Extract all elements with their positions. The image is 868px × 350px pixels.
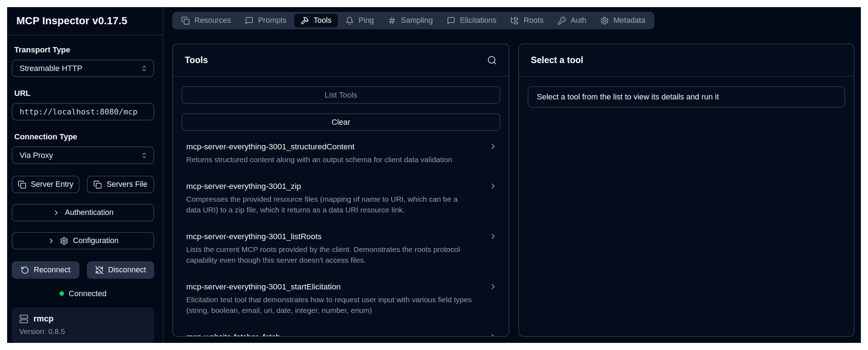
tab-label: Elicitations — [460, 16, 497, 25]
status-label: Connected — [69, 289, 106, 298]
tool-detail-panel: Select a tool Select a tool from the lis… — [518, 43, 854, 337]
authentication-label: Authentication — [65, 208, 113, 217]
url-value: http://localhost:8080/mcp — [20, 107, 137, 116]
tab-label: Resources — [194, 16, 231, 25]
url-label: URL — [14, 89, 152, 98]
chevron-right-icon — [489, 182, 497, 190]
chevron-right-icon — [489, 142, 497, 151]
url-input[interactable]: http://localhost:8080/mcp — [12, 103, 154, 120]
tool-name: mcp-server-everything-3001_zip — [186, 182, 495, 191]
connection-type-label: Connection Type — [14, 132, 152, 141]
gear-icon — [600, 16, 609, 25]
tab-label: Sampling — [401, 16, 433, 25]
transport-type-label: Transport Type — [14, 45, 152, 55]
folder-tree-icon — [510, 16, 519, 25]
detail-panel-body: Select a tool from the list to view its … — [519, 77, 854, 336]
refresh-off-icon — [95, 266, 104, 274]
connection-type-select[interactable]: Via Proxy — [12, 146, 154, 164]
tools-panel: Tools List Tools Clear mcp-server-everyt… — [172, 43, 509, 337]
tab-elicitations[interactable]: Elicitations — [440, 14, 503, 27]
message-icon — [245, 16, 253, 25]
status-dot — [59, 291, 64, 296]
tool-description: Returns structured content along with an… — [186, 154, 495, 165]
tool-description: Elicitation test tool that demonstrates … — [186, 294, 495, 316]
tool-description: Compresses the provided resource files (… — [186, 194, 495, 215]
sidebar: MCP Inspector v0.17.5 Transport Type Str… — [7, 7, 163, 343]
chevron-right-icon — [52, 209, 60, 217]
chevrons-up-down-icon — [141, 152, 148, 159]
transport-type-select[interactable]: Streamable HTTP — [12, 60, 154, 77]
server-entry-button[interactable]: Server Entry — [12, 176, 79, 193]
gear-icon — [60, 237, 68, 245]
app-title: MCP Inspector v0.17.5 — [16, 15, 127, 27]
chevrons-up-down-icon — [141, 65, 148, 72]
connection-type-value: Via Proxy — [20, 151, 53, 160]
tab-prompts[interactable]: Prompts — [239, 14, 293, 27]
server-version: Version: 0.8.5 — [19, 327, 147, 336]
tool-list-item[interactable]: mcp-server-everything-3001_listRoots Lis… — [182, 228, 500, 269]
chevron-right-icon — [489, 232, 497, 241]
reconnect-label: Reconnect — [34, 266, 70, 274]
tool-list-item[interactable]: mcp-server-everything-3001_structuredCon… — [182, 139, 500, 169]
sidebar-body: Transport Type Streamable HTTP URL http:… — [7, 35, 163, 343]
copy-icon — [93, 180, 102, 189]
disconnect-label: Disconnect — [108, 266, 146, 274]
rotate-ccw-icon — [21, 266, 29, 274]
tab-bar: Resources Prompts Tools Ping Sampling El… — [172, 12, 654, 29]
tools-panel-title: Tools — [185, 55, 208, 65]
server-icon — [19, 314, 28, 324]
chevron-right-icon — [489, 333, 497, 336]
app-window: MCP Inspector v0.17.5 Transport Type Str… — [7, 7, 861, 343]
tab-metadata[interactable]: Metadata — [594, 14, 652, 27]
server-entry-label: Server Entry — [31, 180, 73, 189]
tab-label: Prompts — [258, 16, 287, 25]
tool-name: mcp-website-fetcher_fetch — [186, 333, 495, 336]
chevron-right-icon — [47, 237, 55, 245]
files-icon — [181, 16, 190, 25]
tab-roots[interactable]: Roots — [504, 14, 550, 27]
tool-name: mcp-server-everything-3001_startElicitat… — [186, 282, 495, 292]
tab-label: Tools — [314, 16, 331, 25]
bell-icon — [345, 16, 354, 25]
tab-tools[interactable]: Tools — [294, 14, 338, 27]
search-icon[interactable] — [487, 55, 497, 65]
detail-panel-title: Select a tool — [531, 55, 583, 65]
app-title-bar: MCP Inspector v0.17.5 — [7, 7, 163, 35]
tab-label: Metadata — [613, 16, 645, 25]
configuration-label: Configuration — [73, 236, 119, 245]
server-name: rmcp — [33, 314, 53, 324]
clear-button[interactable]: Clear — [182, 113, 500, 131]
configuration-toggle[interactable]: Configuration — [12, 232, 154, 249]
tool-list-item[interactable]: mcp-server-everything-3001_zip Compresse… — [182, 178, 500, 219]
chevron-right-icon — [489, 282, 497, 291]
connection-status: Connected — [12, 289, 154, 298]
key-icon — [558, 16, 566, 25]
tool-description: Lists the current MCP roots provided by … — [186, 244, 495, 266]
tool-list-item[interactable]: mcp-server-everything-3001_startElicitat… — [182, 279, 500, 319]
tab-label: Roots — [523, 16, 543, 25]
transport-type-value: Streamable HTTP — [20, 64, 82, 73]
main-area: Resources Prompts Tools Ping Sampling El… — [163, 7, 861, 343]
tool-name: mcp-server-everything-3001_listRoots — [186, 232, 495, 241]
list-tools-button[interactable]: List Tools — [182, 86, 500, 104]
hash-icon — [388, 16, 396, 25]
tab-resources[interactable]: Resources — [175, 14, 237, 27]
tab-ping[interactable]: Ping — [339, 14, 380, 27]
servers-file-button[interactable]: Servers File — [87, 176, 155, 193]
tab-auth[interactable]: Auth — [551, 14, 593, 27]
authentication-toggle[interactable]: Authentication — [12, 204, 154, 221]
server-card: rmcp Version: 0.8.5 — [12, 307, 154, 343]
tool-list-item[interactable]: mcp-website-fetcher_fetch Fetches a webs… — [182, 329, 500, 336]
content-area: Tools List Tools Clear mcp-server-everyt… — [172, 43, 854, 337]
tab-sampling[interactable]: Sampling — [381, 14, 439, 27]
copy-icon — [18, 180, 26, 189]
detail-panel-header: Select a tool — [519, 44, 854, 77]
tab-label: Ping — [359, 16, 374, 25]
reconnect-button[interactable]: Reconnect — [12, 261, 79, 279]
tool-name: mcp-server-everything-3001_structuredCon… — [186, 142, 495, 151]
disconnect-button[interactable]: Disconnect — [87, 261, 155, 279]
message-icon — [447, 16, 455, 25]
server-card-title: rmcp — [19, 314, 147, 324]
empty-state-message: Select a tool from the list to view its … — [528, 86, 845, 108]
tab-label: Auth — [571, 16, 586, 25]
